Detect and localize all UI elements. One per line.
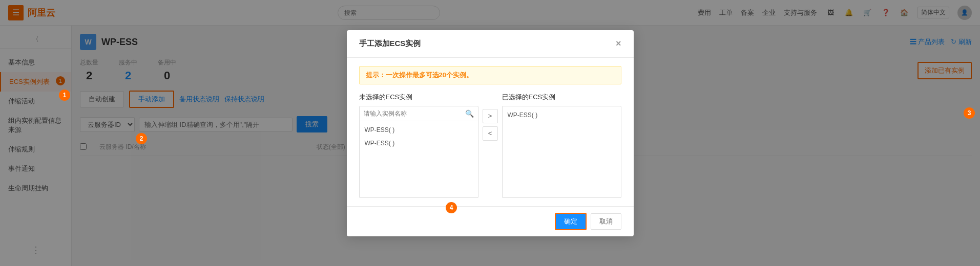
modal-warning: 提示：一次操作最多可选20个实例。 [359, 66, 621, 84]
transfer-left-col: 未选择的ECS实例 🔍 WP-ESS( ) WP [359, 93, 478, 198]
transfer-left-list: WP-ESS( ) WP-ESS( ) [360, 121, 478, 152]
transfer-left-title: 未选择的ECS实例 [359, 93, 478, 102]
modal-overlay: 1 2 3 4 手工添加ECS实例 × 提示：一次操作最多可选20个实例。 未选… [0, 0, 980, 266]
transfer-forward-button[interactable]: > [483, 109, 498, 123]
search-icon: 🔍 [465, 109, 474, 118]
transfer-right-title: 已选择的ECS实例 [502, 93, 621, 102]
annotation-1: 1 [59, 90, 70, 101]
transfer-right-box: WP-ESS( ) [502, 106, 621, 198]
list-item[interactable]: WP-ESS( ) [503, 108, 621, 122]
modal-body: 提示：一次操作最多可选20个实例。 未选择的ECS实例 🔍 WP-ESS( [347, 58, 634, 206]
modal-dialog: 手工添加ECS实例 × 提示：一次操作最多可选20个实例。 未选择的ECS实例 … [347, 30, 634, 236]
transfer-panel: 未选择的ECS实例 🔍 WP-ESS( ) WP [359, 93, 621, 198]
transfer-buttons: > < [483, 109, 498, 141]
transfer-back-button[interactable]: < [483, 126, 498, 141]
annotation-3: 3 [964, 107, 975, 119]
transfer-right-col: 已选择的ECS实例 WP-ESS( ) [502, 93, 621, 198]
modal-close-button[interactable]: × [616, 38, 621, 49]
list-item[interactable]: WP-ESS( ) [360, 123, 478, 137]
modal-header: 手工添加ECS实例 × [347, 30, 634, 58]
transfer-search-bar: 🔍 [360, 106, 478, 121]
transfer-search-input[interactable] [364, 110, 463, 117]
confirm-button[interactable]: 确定 [555, 213, 587, 230]
transfer-left-box: 🔍 WP-ESS( ) WP-ESS( ) [359, 106, 478, 198]
annotation-2: 2 [136, 133, 147, 144]
list-item[interactable]: WP-ESS( ) [360, 137, 478, 150]
modal-footer: 确定 取消 [347, 206, 634, 236]
warning-text: 提示：一次操作最多可选20个实例。 [366, 71, 473, 79]
modal-title: 手工添加ECS实例 [359, 39, 421, 49]
cancel-button[interactable]: 取消 [591, 213, 621, 230]
